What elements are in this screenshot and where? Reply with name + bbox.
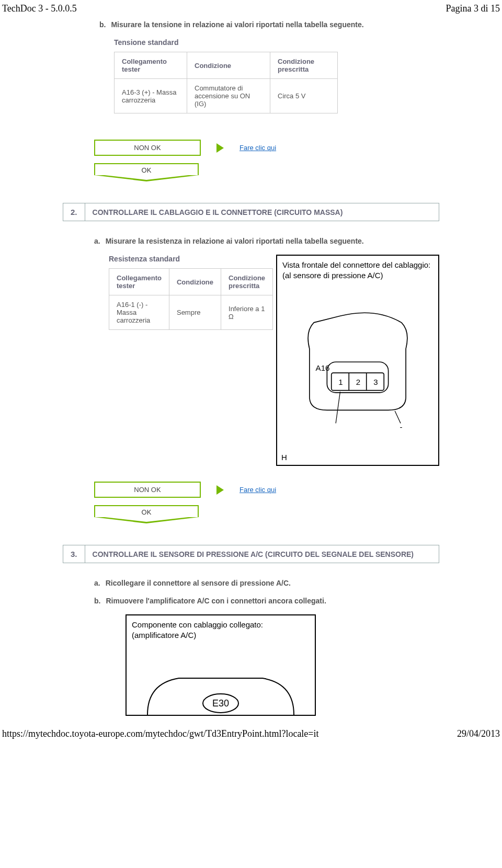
diagram-title: Vista frontale del connettore del cablag… (277, 256, 438, 281)
footer-url: https://mytechdoc.toyota-europe.com/myte… (2, 728, 319, 739)
svg-text:E30: E30 (212, 698, 229, 709)
fare-clic-link-2[interactable]: Fare clic qui (239, 486, 276, 494)
flow-block-2: NON OK Fare clic qui OK (94, 482, 439, 524)
arrow-down-icon-2 (94, 517, 199, 523)
step-b: b. Misurare la tensione in relazione ai … (99, 20, 439, 29)
step2-a-text: Misurare la resistenza in relazione ai v… (106, 237, 364, 245)
resistenza-label: Resistenza standard (109, 255, 266, 263)
tensione-label: Tensione standard (114, 38, 439, 47)
r-td-2: Sempre (169, 295, 221, 330)
doc-title: TechDoc 3 - 5.0.0.5 (2, 3, 77, 14)
r-td-1: A16-1 (-) - Massa carrozzeria (109, 295, 169, 330)
ok-label-2: OK (94, 505, 199, 517)
content: b. Misurare la tensione in relazione ai … (0, 20, 502, 716)
step3-b: b. Rimuovere l'amplificatore A/C con i c… (94, 597, 439, 605)
svg-text:-: - (400, 422, 402, 431)
ok-arrow: OK (94, 163, 199, 182)
tensione-table: Collegamento tester Condizione Condizion… (114, 52, 338, 113)
step-2-num: 2. (63, 203, 85, 221)
fare-clic-link[interactable]: Fare clic qui (239, 144, 276, 152)
page-indicator: Pagina 3 di 15 (446, 3, 500, 14)
step-3-heading: 3. CONTROLLARE IL SENSORE DI PRESSIONE A… (63, 545, 439, 563)
step3-a-letter: a. (94, 579, 100, 587)
page-header: TechDoc 3 - 5.0.0.5 Pagina 3 di 15 (0, 0, 502, 20)
step3-a: a. Ricollegare il connettore al sensore … (94, 579, 439, 587)
pin-a16-label: A16 (316, 363, 330, 372)
r-th-2: Condizione (169, 269, 221, 295)
step-3-num: 3. (63, 545, 85, 563)
svg-line-8 (395, 411, 401, 423)
step-3-title: CONTROLLARE IL SENSORE DI PRESSIONE A/C … (85, 545, 439, 563)
arrow-right-icon-2 (216, 485, 224, 495)
flow-block-1: NON OK Fare clic qui OK (94, 140, 439, 182)
th-col1: Collegamento tester (115, 52, 187, 79)
step2-a-letter: a. (94, 237, 100, 245)
r-th-1: Collegamento tester (109, 269, 169, 295)
diagram2-title: Componente con cablaggio collegato: (amp… (127, 615, 315, 641)
svg-text:2: 2 (356, 378, 360, 386)
svg-line-7 (336, 392, 340, 423)
non-ok-box: NON OK (94, 140, 201, 156)
td-col3: Circa 5 V (270, 79, 338, 113)
step3-b-text: Rimuovere l'amplificatore A/C con i conn… (106, 597, 326, 605)
ok-arrow-2: OK (94, 505, 199, 524)
svg-text:1: 1 (338, 378, 343, 386)
th-col2: Condizione (187, 52, 270, 79)
non-ok-box-2: NON OK (94, 482, 201, 498)
step-2-title: CONTROLLARE IL CABLAGGIO E IL CONNETTORE… (85, 203, 439, 221)
diagram-h-label: H (281, 453, 287, 462)
arrow-down-icon (94, 175, 199, 181)
th-col3: Condizione prescritta (270, 52, 338, 79)
step2-a: a. Misurare la resistenza in relazione a… (94, 237, 439, 245)
step-2-heading: 2. CONTROLLARE IL CABLAGGIO E IL CONNETT… (63, 203, 439, 221)
amplifier-diagram: Componente con cablaggio collegato: (amp… (126, 614, 316, 716)
r-th-3: Condizione prescritta (221, 269, 273, 295)
svg-text:3: 3 (373, 378, 378, 386)
page-footer: https://mytechdoc.toyota-europe.com/myte… (0, 716, 502, 743)
step3-b-letter: b. (94, 597, 100, 605)
connector-diagram: Vista frontale del connettore del cablag… (276, 255, 439, 466)
resistenza-table: Collegamento tester Condizione Condizion… (109, 268, 273, 330)
ok-label: OK (94, 163, 199, 175)
td-col2: Commutatore di accensione su ON (IG) (187, 79, 270, 113)
step3-a-text: Ricollegare il connettore al sensore di … (106, 579, 291, 587)
arrow-right-icon (216, 143, 224, 153)
r-td-3: Inferiore a 1 Ω (221, 295, 273, 330)
td-col1: A16-3 (+) - Massa carrozzeria (115, 79, 187, 113)
step-b-letter: b. (99, 20, 106, 29)
step-b-text: Misurare la tensione in relazione ai val… (111, 20, 363, 29)
footer-date: 29/04/2013 (457, 728, 500, 739)
connector-icon: A16 1 2 3 - (288, 298, 428, 444)
